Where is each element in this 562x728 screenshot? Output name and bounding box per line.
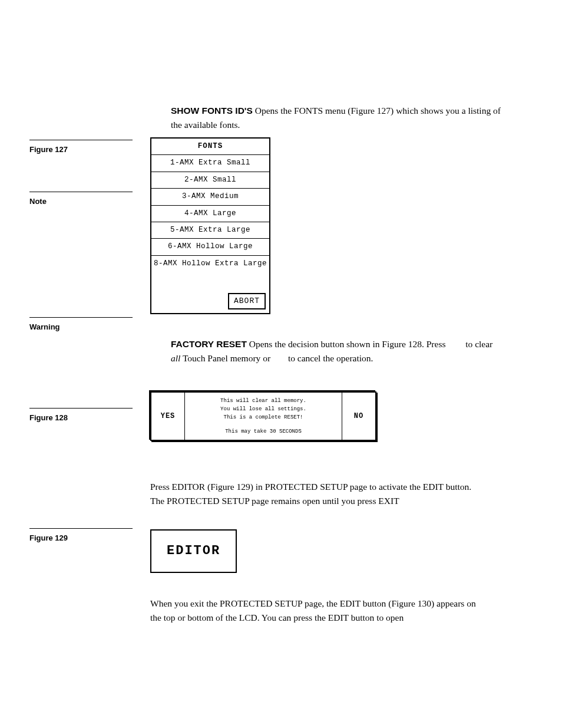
show-fonts-text-1: Opens the FONTS menu (Figure 127) which …: [255, 106, 444, 116]
factory-reset-seg1: Opens the decision button shown in Figur…: [249, 339, 446, 349]
fonts-menu: FONTS 1-AMX Extra Small 2-AMX Small 3-AM…: [150, 137, 270, 314]
left-fig129: Figure 129: [29, 528, 133, 544]
page: SHOW FONTS ID'S Opens the FONTS menu (Fi…: [0, 0, 562, 728]
figure128-label: Figure 128: [29, 412, 133, 424]
confirm-line-1: This will clear all memory.: [189, 397, 338, 406]
editor-button[interactable]: EDITOR: [150, 529, 237, 573]
factory-reset-seg4: to cancel the operation.: [288, 353, 373, 363]
confirm-dialog-figure: YES This will clear all memory. You will…: [150, 391, 480, 441]
fonts-row-6[interactable]: 6-AMX Hollow Large: [151, 239, 269, 255]
paragraph-exit: When you exit the PROTECTED SETUP page, …: [150, 597, 480, 625]
fonts-row-7[interactable]: 8-AMX Hollow Extra Large: [151, 256, 269, 272]
left-note: Note: [29, 192, 133, 207]
fonts-menu-figure: FONTS 1-AMX Extra Small 2-AMX Small 3-AM…: [150, 137, 480, 314]
note-label: Note: [29, 196, 133, 207]
factory-reset-seg3: Touch Panel memory or: [183, 353, 270, 363]
fonts-menu-title: FONTS: [151, 139, 269, 155]
confirm-line-3: This is a complete RESET!: [189, 414, 338, 422]
no-button[interactable]: NO: [342, 393, 375, 440]
fonts-row-2[interactable]: 2-AMX Small: [151, 172, 269, 189]
confirm-line-2: You will lose all settings.: [189, 406, 338, 414]
left-fig127: Figure 127: [29, 140, 133, 156]
left-fig128: Figure 128: [29, 408, 133, 424]
figure129-label: Figure 129: [29, 532, 133, 544]
editor-button-figure: EDITOR: [150, 529, 480, 573]
divider: [29, 408, 133, 409]
paragraph-factory-reset: FACTORY RESET Opens the decision button …: [171, 337, 501, 365]
divider: [29, 317, 133, 318]
warning-label: Warning: [29, 321, 133, 333]
abort-button[interactable]: ABORT: [228, 293, 266, 309]
fonts-row-5[interactable]: 5-AMX Extra Large: [151, 222, 269, 239]
divider: [29, 528, 133, 529]
factory-reset-ital: all: [171, 353, 180, 363]
figure127-label: Figure 127: [29, 144, 133, 156]
yes-button[interactable]: YES: [151, 393, 185, 440]
confirm-message: This will clear all memory. You will los…: [185, 393, 342, 440]
divider: [29, 140, 133, 140]
left-warning: Warning: [29, 317, 133, 333]
factory-reset-heading: FACTORY RESET: [171, 339, 247, 349]
fonts-row-3[interactable]: 3-AMX Medium: [151, 189, 269, 205]
fonts-row-4[interactable]: 4-AMX Large: [151, 206, 269, 222]
fonts-menu-footer: ABORT: [151, 272, 269, 313]
paragraph-show-fonts: SHOW FONTS ID'S Opens the FONTS menu (Fi…: [171, 104, 501, 132]
divider: [29, 192, 133, 192]
confirm-dialog: YES This will clear all memory. You will…: [150, 391, 376, 441]
confirm-line-4: This may take 30 SECONDS: [189, 428, 338, 436]
show-fonts-heading: SHOW FONTS ID'S: [171, 106, 253, 116]
factory-reset-seg2: to clear: [465, 339, 492, 349]
paragraph-editor: Press EDITOR (Figure 129) in PROTECTED S…: [150, 480, 480, 508]
fonts-row-1[interactable]: 1-AMX Extra Small: [151, 155, 269, 172]
